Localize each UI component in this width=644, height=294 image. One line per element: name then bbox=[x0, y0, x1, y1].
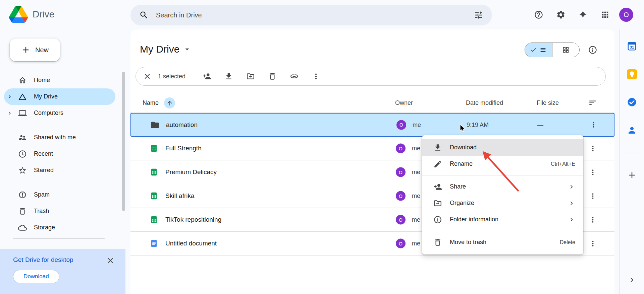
sidebar-item-label: Storage bbox=[34, 224, 55, 231]
page-title-dropdown[interactable]: My Drive bbox=[140, 44, 192, 55]
owner-label: me bbox=[413, 121, 421, 128]
contacts-button[interactable] bbox=[625, 123, 639, 138]
new-button[interactable]: New bbox=[10, 39, 60, 61]
move-button[interactable] bbox=[243, 69, 258, 84]
link-icon bbox=[290, 72, 299, 81]
sort-icon bbox=[588, 98, 597, 107]
menu-item-organize[interactable]: Organize bbox=[422, 195, 583, 211]
google-apps-button[interactable] bbox=[597, 7, 613, 23]
table-row-automation[interactable]: automation O me 9:19 AM — bbox=[130, 113, 614, 137]
keep-icon bbox=[627, 69, 637, 79]
list-view-icon bbox=[539, 46, 547, 54]
gemini-button[interactable] bbox=[575, 7, 591, 23]
column-header-modified[interactable]: Date modified bbox=[466, 99, 503, 106]
column-header-size[interactable]: File size bbox=[537, 99, 559, 106]
owner-avatar: O bbox=[396, 167, 406, 177]
clock-icon bbox=[18, 150, 27, 158]
share-button[interactable] bbox=[200, 69, 214, 84]
help-button[interactable] bbox=[531, 7, 547, 23]
sidebar-nav: Home My Drive Computers Shared with me R… bbox=[4, 72, 115, 236]
clear-selection-button[interactable] bbox=[140, 69, 155, 84]
details-button[interactable] bbox=[585, 42, 601, 58]
new-button-label: New bbox=[35, 46, 49, 54]
banner-close-button[interactable] bbox=[104, 254, 117, 267]
copy-link-button[interactable] bbox=[287, 69, 302, 84]
submenu-arrow-icon bbox=[568, 200, 575, 207]
sidebar-item-computers[interactable]: Computers bbox=[4, 105, 115, 121]
banner-download-button[interactable]: Download bbox=[13, 270, 59, 283]
menu-shortcut: Ctrl+Alt+E bbox=[551, 161, 575, 167]
owner-label: me bbox=[412, 169, 420, 176]
row-more-button[interactable] bbox=[585, 212, 600, 227]
row-more-button[interactable] bbox=[585, 189, 600, 203]
search-input[interactable]: Search in Drive bbox=[156, 11, 467, 19]
sort-options-button[interactable] bbox=[585, 95, 600, 110]
sidebar-scrollbar[interactable] bbox=[122, 72, 125, 211]
drive-logo[interactable]: Drive bbox=[9, 6, 54, 23]
contacts-icon bbox=[627, 125, 637, 135]
column-header-owner[interactable]: Owner bbox=[395, 99, 413, 106]
settings-button[interactable] bbox=[553, 7, 569, 23]
download-button[interactable] bbox=[221, 69, 236, 84]
sidebar-item-trash[interactable]: Trash bbox=[4, 203, 115, 219]
sidebar-item-storage[interactable]: Storage bbox=[4, 219, 115, 236]
banner-title: Get Drive for desktop bbox=[13, 256, 73, 264]
sidebar-item-spam[interactable]: Spam bbox=[4, 187, 115, 203]
list-view-button[interactable] bbox=[525, 43, 552, 57]
add-addon-button[interactable] bbox=[625, 168, 639, 182]
info-icon bbox=[433, 215, 442, 224]
menu-item-move-to-trash[interactable]: Move to trash Delete bbox=[422, 234, 583, 250]
sort-direction-button[interactable] bbox=[164, 97, 175, 108]
date-modified: 9:19 AM bbox=[467, 121, 489, 128]
top-bar: Drive Search in Drive O bbox=[0, 0, 644, 29]
table-header: Name Owner Date modified File size bbox=[130, 93, 614, 113]
row-more-button[interactable] bbox=[586, 118, 601, 132]
sidebar-item-label: Home bbox=[34, 77, 50, 84]
sidebar-item-starred[interactable]: Starred bbox=[4, 162, 115, 178]
trash-icon bbox=[433, 238, 442, 247]
calendar-button[interactable]: 31 bbox=[625, 39, 639, 54]
trash-button[interactable] bbox=[265, 69, 280, 84]
more-vert-icon bbox=[312, 72, 320, 81]
expand-arrow-icon[interactable] bbox=[7, 94, 13, 100]
submenu-arrow-icon bbox=[568, 216, 575, 223]
page-title: My Drive bbox=[140, 44, 179, 55]
menu-item-folder-information[interactable]: Folder information bbox=[422, 211, 583, 228]
row-more-button[interactable] bbox=[585, 236, 600, 251]
close-icon bbox=[143, 72, 152, 81]
trash-icon bbox=[268, 72, 277, 81]
sidebar-item-label: Computers bbox=[34, 109, 63, 117]
sidebar-item-recent[interactable]: Recent bbox=[4, 146, 115, 162]
side-panel-rail: 31 bbox=[620, 29, 644, 294]
menu-item-share[interactable]: Share bbox=[422, 178, 583, 195]
expand-arrow-icon[interactable] bbox=[7, 110, 13, 116]
menu-divider bbox=[422, 175, 583, 175]
sidebar-item-my-drive[interactable]: My Drive bbox=[4, 88, 115, 105]
sidebar-divider bbox=[13, 238, 105, 239]
keep-button[interactable] bbox=[625, 67, 639, 82]
grid-view-button[interactable] bbox=[552, 43, 580, 57]
menu-item-rename[interactable]: Rename Ctrl+Alt+E bbox=[422, 156, 583, 172]
search-options-icon[interactable] bbox=[474, 10, 483, 20]
row-more-button[interactable] bbox=[585, 165, 600, 179]
sheets-file-icon bbox=[150, 192, 158, 200]
nav-group-gap bbox=[4, 121, 115, 129]
menu-item-download[interactable]: Download bbox=[422, 139, 583, 156]
column-header-name[interactable]: Name bbox=[143, 99, 159, 106]
apps-grid-icon bbox=[600, 10, 610, 19]
sidebar-item-shared-with-me[interactable]: Shared with me bbox=[4, 129, 115, 146]
file-name: TikTok repositioning bbox=[165, 216, 221, 223]
arrow-up-icon bbox=[166, 100, 173, 106]
expand-panel-button[interactable] bbox=[625, 273, 639, 287]
more-actions-button[interactable] bbox=[309, 69, 323, 84]
menu-item-label: Rename bbox=[450, 160, 543, 167]
account-avatar[interactable]: O bbox=[619, 8, 633, 22]
file-name: Premium Delicacy bbox=[165, 168, 217, 176]
google-drive-app: Drive Search in Drive O New Home bbox=[0, 0, 644, 294]
trash-icon bbox=[18, 207, 27, 216]
row-more-button[interactable] bbox=[585, 141, 600, 156]
owner-label: me bbox=[412, 216, 420, 223]
search-bar[interactable]: Search in Drive bbox=[130, 5, 492, 25]
sidebar-item-home[interactable]: Home bbox=[4, 72, 115, 88]
tasks-button[interactable] bbox=[625, 95, 639, 109]
